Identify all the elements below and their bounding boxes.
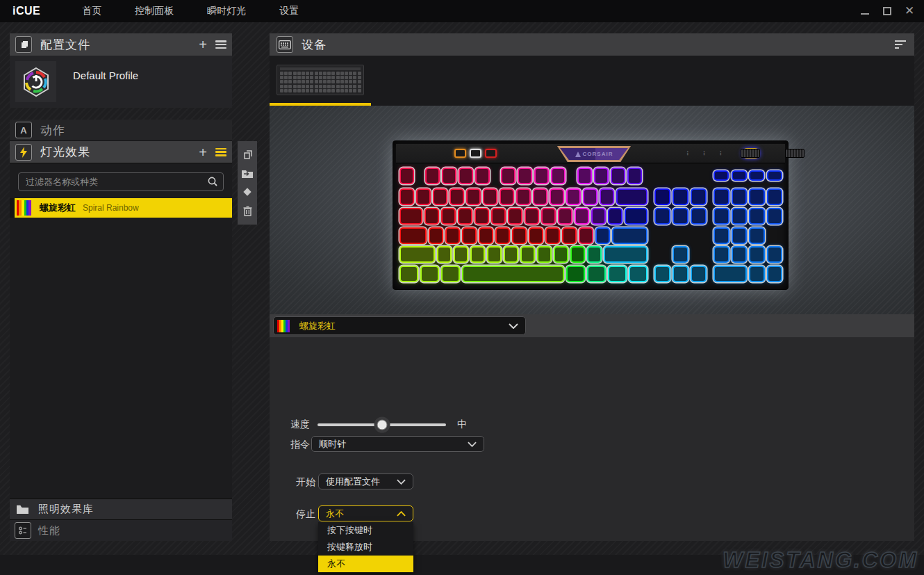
keyboard-preview[interactable]: CORSAIR ⠇⠇⠇ <box>393 140 789 290</box>
key <box>533 188 547 205</box>
key <box>577 168 592 184</box>
key <box>399 168 414 184</box>
effect-list-empty-area <box>10 218 232 499</box>
key <box>587 246 602 263</box>
menu-settings[interactable]: 设置 <box>279 5 299 17</box>
filter-icon[interactable] <box>895 40 907 49</box>
key <box>749 246 765 263</box>
key <box>566 188 581 205</box>
actions-header[interactable]: A 动作 <box>10 120 232 141</box>
speed-value: 中 <box>457 419 467 431</box>
performance-row[interactable]: 性能 <box>10 519 232 541</box>
lighting-menu-button[interactable] <box>215 148 226 156</box>
effect-name: 螺旋彩虹 <box>40 202 76 214</box>
brightness-button <box>470 149 481 158</box>
key <box>534 168 549 184</box>
solid-color-icon[interactable] <box>242 187 252 197</box>
chevron-down-icon <box>509 323 518 329</box>
key <box>587 266 606 282</box>
start-label: 开始 <box>296 476 315 489</box>
key <box>673 208 688 225</box>
profiles-menu-button[interactable] <box>215 40 226 49</box>
stop-option-on-key-release[interactable]: 按键释放时 <box>318 539 413 556</box>
key <box>600 188 614 205</box>
speed-label: 速度 <box>290 419 310 431</box>
key <box>501 168 515 184</box>
add-profile-button[interactable]: + <box>199 38 207 51</box>
effect-selector-band: 螺旋彩虹 <box>270 314 914 337</box>
key <box>399 208 422 225</box>
key <box>767 188 783 205</box>
stop-option-never[interactable]: 永不 <box>318 556 413 572</box>
start-dropdown[interactable]: 使用配置文件 <box>318 473 413 489</box>
key <box>424 208 439 225</box>
key <box>562 227 577 244</box>
folder-icon <box>17 505 28 514</box>
key <box>767 266 783 282</box>
effect-select-dropdown[interactable]: 螺旋彩虹 <box>273 316 526 335</box>
speed-slider[interactable] <box>317 423 446 426</box>
key <box>654 188 670 205</box>
menu-home[interactable]: 首页 <box>82 5 101 17</box>
profile-name[interactable]: Default Profile <box>73 70 138 102</box>
left-panel: A 动作 灯光效果 + 螺旋彩虹 Spiral Rainbow 照明效果库 <box>10 120 232 541</box>
effect-select-value: 螺旋彩虹 <box>299 320 509 332</box>
key <box>529 227 543 244</box>
key <box>566 266 585 282</box>
key <box>713 246 729 263</box>
key <box>479 227 493 244</box>
key <box>518 168 532 184</box>
key <box>491 208 506 225</box>
maximize-icon[interactable] <box>882 6 892 16</box>
stop-dropdown[interactable]: 永不 <box>318 505 413 521</box>
stop-option-on-key-press[interactable]: 按下按键时 <box>318 522 413 539</box>
winlock-button <box>485 149 497 158</box>
profiles-header: 配置文件 + <box>10 33 232 56</box>
key <box>420 266 439 282</box>
key <box>749 170 764 181</box>
minimize-icon[interactable] <box>860 6 870 16</box>
key <box>454 246 468 263</box>
key <box>399 188 414 205</box>
trash-icon[interactable] <box>243 206 252 216</box>
profiles-icon <box>15 36 32 53</box>
key <box>611 168 625 184</box>
key <box>425 168 440 184</box>
key <box>616 188 647 205</box>
key <box>475 208 489 225</box>
key <box>470 246 485 263</box>
add-effect-button[interactable]: + <box>199 145 207 159</box>
stop-label: 停止 <box>296 508 315 521</box>
key <box>437 246 452 263</box>
devices-header: 设备 <box>270 33 914 56</box>
lighting-header[interactable]: 灯光效果 + <box>10 141 232 163</box>
key <box>416 188 431 205</box>
copy-icon[interactable] <box>242 149 253 160</box>
direction-dropdown[interactable]: 顺时针 <box>311 436 484 452</box>
lightning-icon <box>15 144 32 161</box>
menu-instant-lighting[interactable]: 瞬时灯光 <box>207 5 246 17</box>
key <box>462 266 564 282</box>
key <box>545 227 560 244</box>
performance-icon <box>15 522 31 539</box>
key <box>579 227 593 244</box>
effect-controls: 速度 中 指令 顺时针 开始 使用配置文件 停止 永不 按下按键时 按键释放时 … <box>270 337 914 541</box>
lighting-library-row[interactable]: 照明效果库 <box>10 499 232 519</box>
menu-dashboard[interactable]: 控制面板 <box>135 5 174 17</box>
lighting-title: 灯光效果 <box>40 144 199 160</box>
key <box>570 246 585 263</box>
import-icon[interactable] <box>242 169 253 178</box>
key <box>732 246 748 263</box>
search-input[interactable] <box>18 172 224 191</box>
effect-list-item-spiral-rainbow[interactable]: 螺旋彩虹 Spiral Rainbow <box>10 198 232 218</box>
speed-slider-thumb[interactable] <box>377 420 387 430</box>
chevron-down-icon <box>397 479 406 485</box>
profile-avatar[interactable] <box>15 61 56 102</box>
key <box>504 246 518 263</box>
device-tab-keyboard[interactable] <box>270 56 371 103</box>
key <box>508 208 522 225</box>
key <box>551 168 566 184</box>
search-icon <box>207 176 218 187</box>
close-icon[interactable]: ✕ <box>905 6 914 16</box>
start-value: 使用配置文件 <box>326 476 397 488</box>
